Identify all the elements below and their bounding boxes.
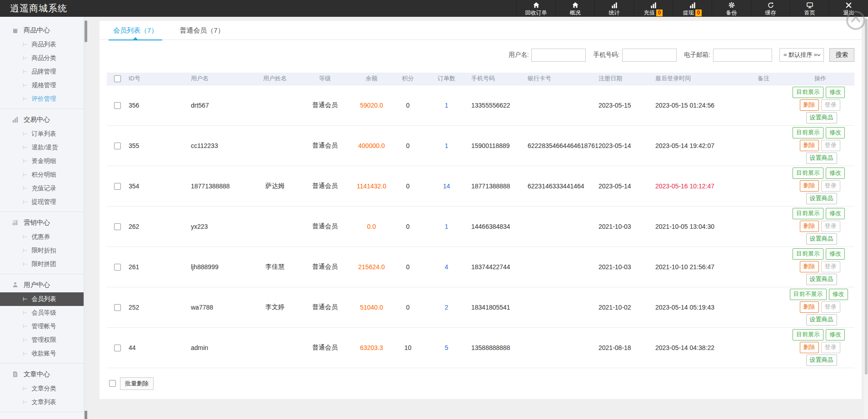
set-goods-button[interactable]: 设置商品 [806, 112, 837, 123]
login-button[interactable]: 登录 [821, 301, 840, 313]
row-checkbox[interactable] [114, 264, 121, 271]
bulk-select-checkbox[interactable] [109, 380, 116, 387]
show-status-button[interactable]: 目前展示 [793, 208, 823, 219]
sidebar-item-goods-list[interactable]: ⊢商品列表 [0, 38, 84, 51]
set-goods-button[interactable]: 设置商品 [806, 274, 837, 285]
row-checkbox[interactable] [114, 102, 121, 109]
sidebar-item-order-list[interactable]: ⊢订单列表 [0, 127, 84, 141]
username-input[interactable] [531, 49, 586, 62]
topnav-backup[interactable]: 备份 [712, 0, 751, 17]
email-input[interactable] [713, 49, 772, 62]
search-button[interactable]: 搜索 [829, 48, 854, 62]
window-scrollbar[interactable] [864, 17, 868, 419]
set-goods-button[interactable]: 设置商品 [806, 233, 837, 245]
cell-username: ljh888999 [190, 246, 254, 287]
row-checkbox[interactable] [114, 183, 121, 190]
edit-button[interactable]: 修改 [826, 168, 845, 179]
sidebar-group-goods[interactable]: 商品中心 [0, 22, 84, 38]
sidebar-item-flash-discount[interactable]: ⊢限时折扣 [0, 244, 84, 257]
topbar: 逍遥商城系统 回收订单 概况 统计 充值0 提现0 备份 缓存 [0, 0, 868, 17]
delete-button[interactable]: 删除 [800, 221, 819, 232]
cell-orders-link[interactable]: 1 [427, 206, 466, 246]
sidebar-item-points-detail[interactable]: ⊢积分明细 [0, 168, 84, 182]
sidebar-scrollbar[interactable] [84, 17, 87, 419]
sidebar-item-admin-permissions[interactable]: ⊢管理权限 [0, 333, 84, 347]
cell-orders-link[interactable]: 1 [427, 85, 466, 125]
sort-select[interactable]: = 默认排序 = [779, 48, 824, 62]
set-goods-button[interactable]: 设置商品 [806, 193, 837, 204]
sidebar-item-brand-manage[interactable]: ⊢品牌管理 [0, 65, 84, 79]
tab-normal-members[interactable]: 普通会员（7） [175, 21, 229, 40]
sidebar-item-member-list[interactable]: ⊢会员列表 [0, 292, 84, 306]
topnav-recharge[interactable]: 充值0 [634, 0, 673, 17]
topnav-statistics[interactable]: 统计 [594, 0, 634, 17]
login-button[interactable]: 登录 [821, 180, 840, 192]
set-goods-button[interactable]: 设置商品 [806, 355, 837, 366]
sidebar-group-trade[interactable]: 交易中心 [0, 112, 84, 127]
delete-button[interactable]: 删除 [800, 180, 819, 192]
bulk-delete-button[interactable]: 批量删除 [120, 377, 154, 390]
sidebar-item-payment-accounts[interactable]: ⊢收款账号 [0, 347, 84, 360]
cell-reg-date: 2021-10-02 [593, 287, 650, 327]
sidebar-item-recharge-records[interactable]: ⊢充值记录 [0, 182, 84, 195]
show-status-button[interactable]: 目前展示 [793, 168, 823, 179]
login-button[interactable]: 登录 [821, 99, 840, 111]
login-button[interactable]: 登录 [821, 140, 840, 151]
sidebar-item-spec-manage[interactable]: ⊢规格管理 [0, 79, 84, 92]
window-scrollbar-thumb[interactable] [865, 19, 868, 375]
sidebar-item-member-level[interactable]: ⊢会员等级 [0, 306, 84, 320]
row-checkbox[interactable] [114, 345, 121, 351]
row-checkbox[interactable] [114, 223, 121, 230]
login-button[interactable]: 登录 [821, 261, 840, 272]
sidebar-item-article-list[interactable]: ⊢文章列表 [0, 395, 84, 409]
sidebar-item-funds-detail[interactable]: ⊢资金明细 [0, 154, 84, 168]
topnav-cache[interactable]: 缓存 [751, 0, 790, 17]
delete-button[interactable]: 删除 [800, 301, 819, 313]
delete-button[interactable]: 删除 [800, 99, 819, 111]
delete-button[interactable]: 删除 [800, 261, 819, 272]
cell-orders-link[interactable]: 5 [427, 327, 466, 368]
select-all-checkbox[interactable] [114, 75, 121, 82]
sidebar-group-marketing[interactable]: 营销中心 [0, 215, 84, 230]
cell-bank [522, 206, 593, 246]
tab-member-list[interactable]: 会员列表（7） [109, 21, 162, 40]
show-status-button[interactable]: 目前展示 [793, 248, 823, 260]
cell-orders-link[interactable]: 1 [427, 125, 466, 166]
topnav-overview[interactable]: 概况 [555, 0, 594, 17]
row-checkbox[interactable] [114, 143, 121, 149]
edit-button[interactable]: 修改 [826, 248, 845, 260]
sidebar-item-article-category[interactable]: ⊢文章分类 [0, 382, 84, 395]
sidebar-item-review-manage[interactable]: ⊢评价管理 [0, 92, 84, 106]
delete-button[interactable]: 删除 [800, 140, 819, 151]
topnav-withdraw[interactable]: 提现0 [673, 0, 712, 17]
sidebar-item-refund[interactable]: ⊢退款/退货 [0, 141, 84, 154]
cell-orders-link[interactable]: 14 [427, 166, 466, 206]
sidebar-item-goods-category[interactable]: ⊢商品分类 [0, 51, 84, 65]
sidebar-item-coupons[interactable]: ⊢优惠券 [0, 230, 84, 244]
delete-button[interactable]: 删除 [800, 342, 819, 353]
show-status-button[interactable]: 目前展示 [793, 127, 823, 138]
edit-button[interactable]: 修改 [826, 127, 845, 138]
cell-orders-link[interactable]: 4 [427, 246, 466, 287]
phone-input[interactable] [622, 49, 677, 62]
sidebar-item-withdraw-manage[interactable]: ⊢提现管理 [0, 195, 84, 209]
sidebar-item-group-buy[interactable]: ⊢限时拼团 [0, 257, 84, 271]
edit-button[interactable]: 修改 [826, 329, 845, 340]
show-status-button[interactable]: 目前展示 [793, 87, 823, 98]
cell-orders-link[interactable]: 2 [427, 287, 466, 327]
edit-button[interactable]: 修改 [826, 87, 845, 98]
show-status-button[interactable]: 目前不展示 [790, 289, 827, 300]
topnav-homepage[interactable]: 首页 [790, 0, 829, 17]
set-goods-button[interactable]: 设置商品 [806, 314, 837, 325]
edit-button[interactable]: 修改 [826, 208, 845, 219]
sidebar-group-users[interactable]: 用户中心 [0, 277, 84, 292]
edit-button[interactable]: 修改 [829, 289, 848, 300]
topnav-recycle-orders[interactable]: 回收订单 [516, 0, 555, 17]
show-status-button[interactable]: 目前展示 [793, 329, 823, 340]
sidebar-group-articles[interactable]: 文章中心 [0, 366, 84, 382]
login-button[interactable]: 登录 [821, 342, 840, 353]
set-goods-button[interactable]: 设置商品 [806, 153, 837, 164]
sidebar-item-admin-accounts[interactable]: ⊢管理帐号 [0, 320, 84, 333]
row-checkbox[interactable] [114, 304, 121, 311]
login-button[interactable]: 登录 [821, 221, 840, 232]
